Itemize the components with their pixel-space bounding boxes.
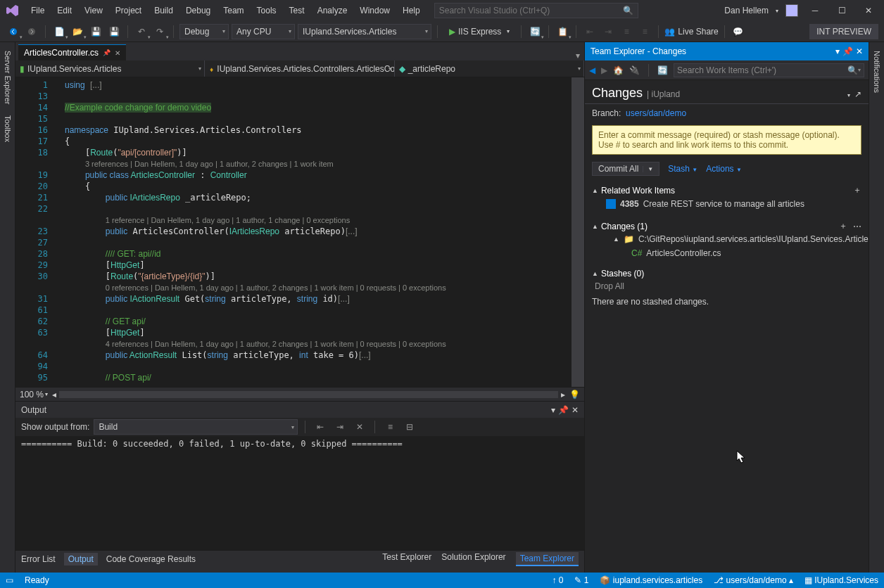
output-close-icon[interactable]: ✕ [572,405,579,415]
editor[interactable]: 1131415161718 19202122 2327282930 316162… [15,77,584,387]
step-button[interactable]: 📋 [555,24,570,39]
code-area[interactable]: using [...] //Example code change for de… [65,77,572,387]
output-source-combo[interactable]: Build [94,419,298,435]
config-combo[interactable]: Debug [179,24,229,39]
toggle-wrap-icon[interactable]: ⇥ [332,419,348,435]
status-branch[interactable]: ⎇ users/dan/demo ▴ [714,575,793,585]
open-button[interactable]: 📂 [70,24,85,39]
commit-dropdown-icon[interactable]: ▼ [643,166,653,172]
commit-all-button[interactable]: Commit All▼ [592,162,659,176]
user-name[interactable]: Dan Hellem [724,6,769,15]
comment-button[interactable]: ≡ [619,24,634,39]
tab-solution-explorer[interactable]: Solution Explorer [441,552,505,566]
run-button[interactable]: ▶IIS Express▾ [443,27,515,37]
menu-window[interactable]: Window [354,3,396,18]
hscroll-left-icon[interactable]: ◂ [52,390,56,400]
drop-all-link[interactable]: Drop All [592,279,861,294]
save-all-button[interactable]: 💾 [106,24,122,39]
tab-test-explorer[interactable]: Test Explorer [382,552,431,566]
te-forward-icon[interactable]: ▶ [601,65,607,75]
te-search[interactable]: Search Work Items (Ctrl+') 🔍▾ [674,63,864,77]
status-project[interactable]: ▦ IUpland.Services [804,575,878,585]
branch-link[interactable]: users/dan/demo [626,108,686,118]
menu-tools[interactable]: Tools [251,3,282,18]
output-locate-icon[interactable]: ⊟ [402,419,417,435]
new-project-button[interactable]: 📄 [51,24,67,39]
lightbulb-icon[interactable]: 💡 [569,390,580,400]
tab-output[interactable]: Output [64,553,98,565]
platform-combo[interactable]: Any CPU [232,24,295,39]
output-body[interactable]: ========== Build: 0 succeeded, 0 failed,… [15,436,584,550]
te-dropdown-icon[interactable]: ▾ [835,46,840,56]
te-page-menu-icon[interactable]: ▾ [847,92,850,98]
quick-launch-input[interactable] [439,6,623,15]
output-clear-icon[interactable]: ✕ [352,419,367,435]
close-button[interactable]: ✕ [859,3,878,18]
menu-help[interactable]: Help [397,3,426,18]
te-refresh-icon[interactable]: 🔄 [657,65,668,75]
tab-code-coverage[interactable]: Code Coverage Results [106,554,196,564]
forward-button[interactable] [24,24,39,39]
clear-output-icon[interactable]: ⇤ [312,419,328,435]
redo-button[interactable]: ↷ [152,24,168,39]
actions-link[interactable]: Actions ▼ [706,164,742,174]
menu-build[interactable]: Build [149,3,179,18]
zoom-level[interactable]: 100 % [20,390,44,400]
changes-header[interactable]: ▲Changes (1)＋⋯ [592,220,861,232]
tab-overflow-icon[interactable]: ▾ [572,51,584,60]
status-push[interactable]: ↑ 0 [552,575,563,585]
back-button[interactable] [6,24,21,39]
feedback-button[interactable]: 💬 [731,24,746,39]
maximize-button[interactable]: ☐ [832,3,852,18]
notifications-tab[interactable]: Notifications [871,46,883,97]
changes-menu-icon[interactable]: ⋯ [853,222,861,231]
nav-project[interactable]: ▮IUpland.Services.Articles [15,60,205,77]
quick-launch[interactable]: 🔍 [434,3,638,18]
save-button[interactable]: 💾 [88,24,103,39]
menu-file[interactable]: File [25,3,50,18]
liveshare-button[interactable]: 👥Live Share [664,27,718,37]
fold-gutter[interactable] [55,77,65,387]
te-home-icon[interactable]: 🏠 [613,65,624,75]
user-dropdown-icon[interactable]: ▾ [776,8,778,14]
indent-more-button[interactable]: ⇥ [600,24,616,39]
te-back-icon[interactable]: ◀ [589,65,595,75]
menu-debug[interactable]: Debug [180,3,216,18]
menu-project[interactable]: Project [110,3,147,18]
document-tab[interactable]: ArticlesController.cs 📌 ✕ [18,44,126,60]
indent-less-button[interactable]: ⇤ [582,24,598,39]
stage-all-icon[interactable]: ＋ [839,220,847,232]
menu-test[interactable]: Test [284,3,310,18]
nav-class[interactable]: ⬧IUpland.Services.Articles.Controllers.A… [205,60,394,77]
close-tab-icon[interactable]: ✕ [115,49,120,57]
horizontal-scrollbar[interactable] [59,391,558,398]
add-work-item-icon[interactable]: ＋ [853,184,861,196]
menu-analyze[interactable]: Analyze [312,3,353,18]
startup-project-combo[interactable]: IUpland.Services.Articles [298,24,431,39]
browser-link-button[interactable]: 🔄 [527,24,543,39]
toolbox-tab[interactable]: Toolbox [2,111,13,146]
uncomment-button[interactable]: ≡ [637,24,652,39]
stash-link[interactable]: Stash ▼ [668,164,697,174]
stashes-header[interactable]: ▲Stashes (0) [592,269,861,279]
work-item-row[interactable]: 4385 Create REST service to manage all a… [592,196,861,212]
menu-view[interactable]: View [79,3,108,18]
status-pull[interactable]: ✎ 1 [574,575,588,585]
change-file-row[interactable]: C#ArticlesController.cs [592,246,861,260]
te-close-icon[interactable]: ✕ [856,46,863,56]
output-list-icon[interactable]: ≡ [382,419,398,435]
related-work-items-header[interactable]: ▲Related Work Items＋ [592,184,861,196]
change-folder-row[interactable]: ▲📁C:\GitRepos\iupland.services.articles\… [592,232,861,246]
te-undock-icon[interactable]: ↗ [854,89,861,99]
tab-team-explorer[interactable]: Team Explorer [516,552,579,566]
tab-error-list[interactable]: Error List [21,554,56,564]
nav-member[interactable]: ◆_articleRepo [395,60,584,77]
output-pin-icon[interactable]: 📌 [558,405,569,415]
minimize-button[interactable]: ─ [805,3,825,18]
hscroll-right-icon[interactable]: ▸ [561,390,565,400]
commit-message-input[interactable]: Enter a commit message (required) or sta… [592,125,861,155]
vertical-scrollbar[interactable] [572,77,584,387]
status-repo[interactable]: 📦 iupland.services.articles [600,575,702,585]
menu-edit[interactable]: Edit [51,3,77,18]
output-dropdown-icon[interactable]: ▾ [551,405,555,415]
